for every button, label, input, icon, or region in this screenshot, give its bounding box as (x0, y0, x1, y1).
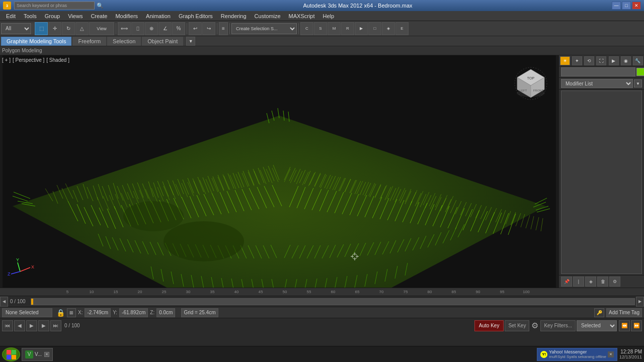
viewport-nav-plus[interactable]: [ + ] (2, 57, 11, 63)
render-frame-button[interactable]: □ (368, 22, 381, 35)
modifier-list-options-button[interactable]: ▼ (634, 79, 642, 87)
show-end-result-button[interactable]: | (573, 277, 584, 287)
maximize-button[interactable]: □ (622, 2, 631, 10)
tab-freeform[interactable]: Freeform (72, 37, 106, 46)
prev-key-button[interactable]: ⏪ (619, 320, 630, 331)
tab-graphite-modeling[interactable]: Graphite Modeling Tools (1, 37, 71, 46)
undo-button[interactable]: ↩ (189, 22, 202, 35)
go-to-start-button[interactable]: ⏮ (2, 320, 13, 331)
align-button[interactable]: ⌷ (131, 22, 144, 35)
add-time-tag-button[interactable]: Add Time Tag (606, 308, 642, 317)
remove-modifier-button[interactable]: 🗑 (597, 277, 608, 287)
menu-graph-editors[interactable]: Graph Editors (175, 12, 217, 20)
select-move-button[interactable]: ✛ (48, 22, 61, 35)
modifier-list-dropdown[interactable]: Modifier List (561, 79, 633, 88)
menu-tools[interactable]: Tools (20, 12, 41, 20)
z-coord-value[interactable]: 0.0cm (156, 308, 175, 317)
object-name-input[interactable]: Plane001 (561, 67, 635, 76)
snap-toggle-button[interactable]: ⊕ (145, 22, 158, 35)
angle-snap-button[interactable]: ∠ (158, 22, 172, 35)
menu-maxscript[interactable]: MAXScript (285, 12, 319, 20)
panel-tab-create[interactable]: ✦ (572, 56, 582, 65)
panel-tab-display2[interactable]: ◉ (621, 56, 631, 65)
play-button[interactable]: ▶ (26, 320, 37, 331)
render-button[interactable]: ▶ (355, 22, 368, 35)
redo-button[interactable]: ↪ (202, 22, 215, 35)
viewport-cube-navigator[interactable]: TOP LEFT FRONT (513, 65, 548, 101)
activeshade-button[interactable]: ◈ (382, 22, 395, 35)
panel-tab-display[interactable]: ☀ (560, 56, 570, 65)
menu-views[interactable]: Views (64, 12, 87, 20)
menu-rendering[interactable]: Rendering (217, 12, 251, 20)
schematic-view-button[interactable]: S (314, 22, 327, 35)
auto-key-button[interactable]: Auto Key (474, 320, 504, 331)
close-button[interactable]: ✕ (632, 2, 641, 10)
coordinate-display-toggle[interactable]: ⊞ (67, 308, 76, 317)
timeline-track[interactable] (31, 298, 635, 305)
prev-frame-button[interactable]: ◀ (14, 320, 25, 331)
set-key-button[interactable]: Set Key (505, 320, 529, 331)
select-scale-button[interactable]: △ (75, 22, 89, 35)
configure-modsets-button[interactable]: ⚙ (609, 277, 620, 287)
search-box[interactable]: Search keyword or phras (14, 2, 95, 10)
percent-snap-button[interactable]: % (172, 22, 185, 35)
yahoo-close-button[interactable]: ✕ (608, 351, 614, 357)
key-filters-button[interactable]: Key Filters... (540, 320, 576, 331)
menu-help[interactable]: Help (319, 12, 339, 20)
menu-group[interactable]: Group (41, 12, 64, 20)
mirror-button[interactable]: ⟺ (118, 22, 131, 35)
panel-tab-hierarchy[interactable]: ⛶ (596, 56, 606, 65)
select-rotate-button[interactable]: ↻ (62, 22, 75, 35)
key-mode-selector[interactable]: Selected (577, 320, 617, 331)
selection-filter-dropdown[interactable]: All (1, 23, 31, 34)
menu-edit[interactable]: Edit (2, 12, 20, 20)
x-coord-value[interactable]: -2.749cm (85, 308, 111, 317)
create-selection-dropdown[interactable]: Create Selection S... (231, 23, 297, 34)
viewport[interactable]: [ + ] [ Perspective ] [ Shaded ] (0, 55, 558, 288)
right-panel: ☀ ✦ ⟲ ⛶ ▶ ◉ 🔧 Plane001 Modifier List ▼ 📌… (558, 55, 644, 288)
graphite-options-button[interactable]: ▼ (186, 37, 195, 46)
taskbar-right-area: Y! Yahoo! Messenger muRSyid Syafa sekara… (537, 348, 642, 361)
panel-tab-utilities[interactable]: 🔧 (633, 56, 643, 65)
panel-tab-motion[interactable]: ▶ (609, 56, 619, 65)
viewport-nav-perspective[interactable]: [ Perspective ] (13, 57, 44, 63)
yahoo-messenger-status: muRSyid Syafa sekarang offline (549, 354, 606, 359)
pin-stack-button[interactable]: 📌 (561, 277, 572, 287)
menu-customize[interactable]: Customize (251, 12, 285, 20)
ref-coord-dropdown[interactable]: View (89, 22, 114, 35)
panel-tab-modify[interactable]: ⟲ (584, 56, 594, 65)
tab-selection[interactable]: Selection (107, 37, 141, 46)
lock-selection-icon[interactable]: 🔒 (56, 309, 65, 317)
taskbar-item-v[interactable]: V V... ✕ (22, 348, 53, 361)
clock-time: 12:28 PM (619, 349, 642, 354)
select-tool-button[interactable]: ⬚ (35, 22, 48, 35)
menu-animation[interactable]: Animation (142, 12, 175, 20)
next-key-button[interactable]: ⏩ (631, 320, 642, 331)
next-frame-button[interactable]: ▶ (38, 320, 49, 331)
minimize-button[interactable]: — (612, 2, 621, 10)
start-button[interactable] (2, 347, 20, 361)
make-unique-button[interactable]: ◈ (585, 277, 596, 287)
environment-button[interactable]: E (395, 22, 409, 35)
tab-object-paint[interactable]: Object Paint (142, 37, 183, 46)
viewport-nav-shaded[interactable]: [ Shaded ] (46, 57, 69, 63)
menu-modifiers[interactable]: Modifiers (111, 12, 142, 20)
key-mode-button[interactable]: 🔑 (594, 308, 604, 317)
timeline-right-arrow[interactable]: ▶ (636, 297, 644, 307)
yahoo-messenger-taskbar[interactable]: Y! Yahoo! Messenger muRSyid Syafa sekara… (537, 348, 617, 361)
object-color-swatch[interactable] (636, 68, 644, 76)
go-to-end-button[interactable]: ⏭ (50, 320, 61, 331)
y-coord-value[interactable]: -61.892cm (119, 308, 148, 317)
layer-manager-button[interactable]: ≡ (219, 22, 228, 35)
menu-create[interactable]: Create (87, 12, 111, 20)
timeline-left-arrow[interactable]: ◀ (0, 297, 8, 307)
search-icon[interactable]: 🔍 (97, 3, 104, 9)
render-setup-button[interactable]: R (341, 22, 354, 35)
ruler-tick: 60 (321, 290, 345, 294)
toolbar-separator (33, 23, 33, 34)
ruler-tick: 100 (514, 290, 538, 294)
key-settings-icon[interactable]: ⚙ (531, 321, 538, 330)
material-editor-button[interactable]: M (328, 22, 341, 35)
taskbar-item-close[interactable]: ✕ (44, 352, 49, 357)
curve-editor-button[interactable]: C (300, 22, 313, 35)
